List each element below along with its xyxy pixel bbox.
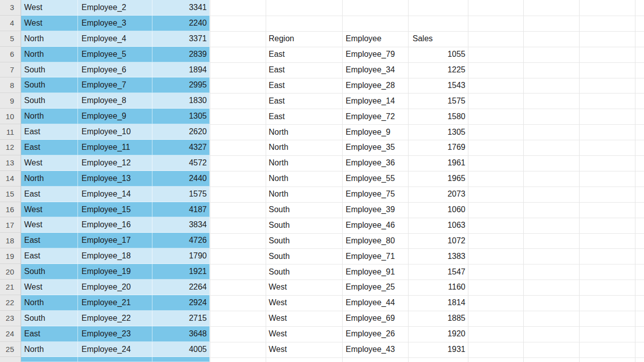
cell-employee[interactable]: Employee_19 [78, 264, 152, 280]
cell-sales[interactable]: 2839 [152, 47, 210, 62]
cell-region[interactable]: West [21, 0, 78, 16]
row-number[interactable]: 14 [0, 171, 21, 187]
cell-sales[interactable]: 2924 [152, 295, 210, 311]
cell-region[interactable] [21, 357, 78, 361]
right-table-header-employee[interactable]: Employee [342, 31, 408, 47]
row-number[interactable]: 19 [0, 248, 21, 264]
cell-sales[interactable]: 1894 [152, 62, 210, 78]
cell-region[interactable]: South [21, 93, 78, 109]
cell-region[interactable]: North [266, 124, 342, 140]
row-number[interactable]: 20 [0, 264, 21, 280]
cell-region[interactable]: North [21, 295, 78, 311]
row-number[interactable]: 11 [0, 124, 21, 140]
row-number[interactable]: 8 [0, 77, 21, 93]
cell-region[interactable]: North [266, 187, 342, 202]
cell-sales[interactable]: 1961 [408, 155, 468, 171]
cell-region[interactable]: South [266, 248, 342, 264]
cell-employee[interactable]: Employee_5 [78, 47, 152, 62]
cell-sales[interactable]: 3341 [152, 0, 210, 16]
cell-region[interactable]: East [266, 77, 342, 93]
cell-employee[interactable]: Employee_43 [342, 342, 408, 357]
cell-employee[interactable]: Employee_20 [78, 280, 152, 295]
cell-employee[interactable]: Employee_79 [342, 47, 408, 62]
cell-employee[interactable]: Employee_39 [342, 202, 408, 218]
right-table-header-sales[interactable]: Sales [408, 31, 468, 47]
cell-employee[interactable]: Employee_17 [78, 233, 152, 248]
cell-region[interactable]: East [266, 62, 342, 78]
row-number[interactable]: 23 [0, 311, 21, 326]
cell-sales[interactable]: 3648 [152, 326, 210, 342]
cell-region[interactable]: East [21, 124, 78, 140]
row-number[interactable]: 12 [0, 140, 21, 155]
cell-sales[interactable]: 1885 [408, 311, 468, 326]
cell-employee[interactable] [78, 357, 152, 361]
cell-employee[interactable]: Employee_8 [78, 93, 152, 109]
cell-region[interactable]: South [266, 264, 342, 280]
cell-employee[interactable]: Employee_25 [342, 280, 408, 295]
cell-sales[interactable]: 1305 [152, 109, 210, 124]
cell-employee[interactable]: Employee_15 [78, 202, 152, 218]
cell-region[interactable]: South [266, 233, 342, 248]
row-number[interactable]: 3 [0, 0, 21, 16]
cell-employee[interactable]: Employee_9 [78, 109, 152, 124]
cell-employee[interactable]: Employee_12 [78, 155, 152, 171]
row-number[interactable]: 5 [0, 31, 21, 47]
cell-sales[interactable]: 1814 [408, 295, 468, 311]
cell-employee[interactable]: Employee_46 [342, 217, 408, 233]
cell-region[interactable]: North [21, 342, 78, 357]
cell-region[interactable]: East [266, 93, 342, 109]
cell-employee[interactable]: Employee_80 [342, 233, 408, 248]
cell-sales[interactable]: 2995 [152, 77, 210, 93]
cell-region[interactable]: West [21, 16, 78, 31]
cell-sales[interactable]: 1305 [408, 124, 468, 140]
row-number[interactable]: 7 [0, 62, 21, 78]
cell-sales[interactable]: 1790 [152, 248, 210, 264]
cell-employee[interactable]: Employee_2 [78, 0, 152, 16]
cell-region[interactable]: North [266, 140, 342, 155]
row-number-partial[interactable] [0, 357, 21, 362]
cell-employee[interactable]: Employee_55 [342, 171, 408, 187]
cell-sales[interactable]: 2240 [152, 16, 210, 31]
cell-sales[interactable]: 2440 [152, 171, 210, 187]
cell-employee[interactable]: Employee_91 [342, 264, 408, 280]
cell-employee[interactable]: Employee_23 [78, 326, 152, 342]
cell-region[interactable]: West [266, 295, 342, 311]
cell-sales[interactable]: 1060 [408, 202, 468, 218]
cell-employee[interactable]: Employee_21 [78, 295, 152, 311]
cell-sales[interactable]: 1769 [408, 140, 468, 155]
cell-region[interactable]: South [266, 202, 342, 218]
cell-region[interactable]: West [21, 280, 78, 295]
cell-sales[interactable]: 4005 [152, 342, 210, 357]
cell-employee[interactable]: Employee_4 [78, 31, 152, 47]
cell-region[interactable]: South [21, 311, 78, 326]
row-number[interactable]: 24 [0, 326, 21, 342]
cell-sales[interactable]: 1225 [408, 62, 468, 78]
right-table-header-region[interactable]: Region [266, 31, 342, 47]
cell-employee[interactable]: Employee_34 [342, 62, 408, 78]
cell-employee[interactable]: Employee_16 [78, 217, 152, 233]
cell-sales[interactable]: 2073 [408, 187, 468, 202]
cell-employee[interactable]: Employee_14 [78, 187, 152, 202]
cell-region[interactable]: South [21, 264, 78, 280]
cell-sales[interactable]: 3834 [152, 217, 210, 233]
cell-region[interactable]: North [21, 31, 78, 47]
cell-sales[interactable]: 1543 [408, 77, 468, 93]
cell-employee[interactable]: Employee_10 [78, 124, 152, 140]
row-number[interactable]: 25 [0, 342, 21, 357]
cell-sales[interactable]: 1931 [408, 342, 468, 357]
cell-sales[interactable]: 1830 [152, 93, 210, 109]
cell-sales[interactable]: 2715 [152, 311, 210, 326]
cell-employee[interactable]: Employee_18 [78, 248, 152, 264]
cell-sales[interactable]: 1160 [408, 280, 468, 295]
cell-employee[interactable]: Employee_26 [342, 326, 408, 342]
cell-employee[interactable]: Employee_44 [342, 295, 408, 311]
cell-region[interactable]: North [21, 109, 78, 124]
cell-region[interactable]: East [21, 248, 78, 264]
cell-region[interactable]: East [21, 140, 78, 155]
cell-employee[interactable]: Employee_6 [78, 62, 152, 78]
cell-employee[interactable]: Employee_28 [342, 77, 408, 93]
cell-employee[interactable]: Employee_69 [342, 311, 408, 326]
cell-employee[interactable]: Employee_3 [78, 16, 152, 31]
cell-region[interactable]: South [21, 62, 78, 78]
row-number[interactable]: 16 [0, 202, 21, 218]
